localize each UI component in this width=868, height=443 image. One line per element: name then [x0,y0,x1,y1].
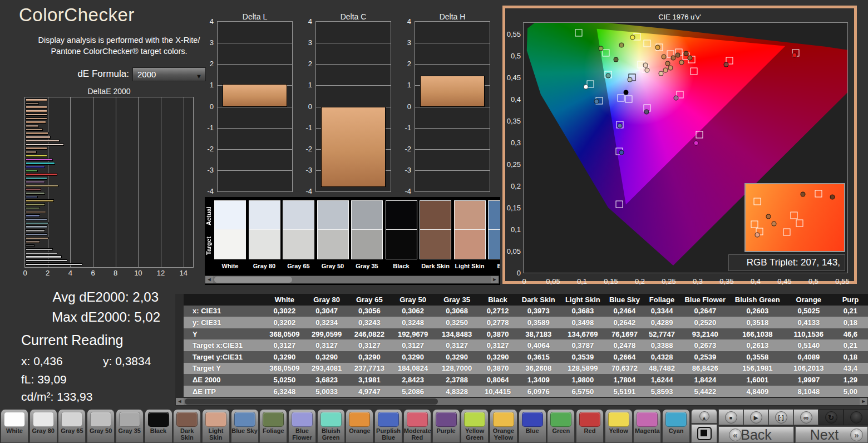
target-square [602,49,609,56]
patch-button-blue[interactable]: Blue [519,409,546,443]
table-scrollbar[interactable]: ◄ ► [175,397,868,406]
patch-button-green[interactable]: Green [547,409,575,443]
patch-button-blue-sky[interactable]: Blue Sky [231,409,259,443]
max-de2000-value: Max dE2000: 5,02 [0,309,160,325]
swatch-column[interactable]: Gray 80 [249,200,280,269]
x-tick-label: 0 [23,269,27,277]
delta-chart-title: Delta L [217,12,293,21]
value-cell: 156,1981 [731,363,785,375]
value-cell: 0,3248 [391,317,435,328]
value-cell: 237,7713 [348,363,391,375]
patch-button-dark-skin[interactable]: Dark Skin [173,409,201,443]
scrollbar-thumb[interactable] [185,398,438,405]
value-cell: 0,3973 [516,306,560,317]
de-formula-dropdown[interactable]: 2000 ▼ [132,67,206,81]
measured-point [617,123,622,128]
scroll-left-icon[interactable]: ◄ [176,398,184,405]
patch-button-gray-35[interactable]: Gray 35 [116,409,144,443]
scroll-right-icon[interactable]: ► [491,276,499,283]
measured-point [614,57,619,62]
swatch-column[interactable]: Gray 50 [317,200,349,269]
patch-button-cyan[interactable]: Cyan [662,409,690,443]
value-cell: 0,4133 [785,317,833,328]
swatch-column[interactable]: White [214,200,246,269]
patch-button-gray-65[interactable]: Gray 65 [58,409,86,443]
patch-button-purple[interactable]: Purple [432,409,460,443]
description-text: Display analysis is performed with the X… [32,35,206,57]
button-disc: ▶ [750,411,762,424]
patch-button-yellow-green[interactable]: Yellow Green [461,409,489,443]
patch-button-red[interactable]: Red [576,409,604,443]
swatch-column[interactable]: Gray 65 [283,200,314,269]
gridline [415,128,490,129]
swatch-column[interactable]: Blue [488,200,500,269]
patch-button-gray-80[interactable]: Gray 80 [29,409,57,443]
y-tick-label: -4 [299,187,312,195]
play-button[interactable]: ▶ [743,409,768,425]
patch-button-yellow[interactable]: Yellow [605,409,633,443]
swatch-column[interactable]: Gray 35 [351,200,383,269]
scroll-left-icon[interactable]: ◄ [205,276,213,283]
value-cell: 0,5025 [785,306,833,317]
patch-button-light-skin[interactable]: Light Skin [202,409,230,443]
measurement-table: WhiteGray 80Gray 65Gray 50Gray 35BlackDa… [175,294,868,397]
y-tick-label: 0,55 [502,30,521,38]
y-tick-label: 2 [299,60,312,68]
cie-chart-title: CIE 1976 u'v' [505,13,854,21]
page-title: ColorChecker [19,4,135,26]
deltae-bar [26,218,47,221]
patch-button-bluish-green[interactable]: Bluish Green [317,409,345,443]
patch-button-blue-flower[interactable]: Blue Flower [288,409,316,443]
patch-color-chip [522,412,543,427]
patch-color-chip [292,412,313,427]
deltae-bar [26,199,54,202]
patch-label: Gray 80 [30,428,57,435]
delta-chart-plot [217,21,293,192]
stop-button[interactable]: ■ [718,409,743,425]
patch-button-orange[interactable]: Orange [346,409,373,443]
patch-button-black[interactable]: Black [145,409,172,443]
patch-button-foliage[interactable]: Foliage [259,409,287,443]
swatch-strip-scrollbar[interactable]: ◄ ► [205,275,499,284]
next-label: Next [796,427,867,443]
scrollbar-thumb[interactable] [214,277,292,283]
patch-button-purplish-blue[interactable]: Purplish Blue [374,409,402,443]
collapse-panel-button[interactable]: ▲ [691,409,717,424]
next-button[interactable]: » Next [795,426,868,443]
back-button[interactable]: « Back [718,426,794,443]
patch-button-orange-yellow[interactable]: Orange Yellow [490,409,517,443]
gridline [70,97,71,267]
patch-button-moderate-red[interactable]: Moderate Red [403,409,431,443]
patch-button-magenta[interactable]: Magenta [633,409,661,443]
stop-icon: ■ [729,415,732,421]
value-cell: 0,3290 [348,351,391,363]
table-header-cell: Gray 65 [348,294,391,306]
swatch-column[interactable]: Dark Skin [420,200,451,269]
x-tick-label: 4 [68,269,72,277]
measured-point [668,66,673,71]
scroll-right-icon[interactable]: ► [860,398,867,405]
patch-button-white[interactable]: White [1,409,28,443]
row-label-cell: x: CIE31 [184,306,264,317]
value-cell: 93,2140 [680,328,731,340]
stop-measurement-button[interactable] [691,424,717,443]
table-header-cell: Blue Sky [605,294,644,306]
loop-button[interactable]: [·] [768,409,793,425]
y-tick-label: 0,45 [502,73,521,82]
y-tick-label: -2 [200,145,214,153]
value-cell: 368,0509 [264,328,306,340]
row-label-cell: y: CIE31 [184,317,264,328]
gridline [48,97,48,267]
swatch-column[interactable]: Light Skin [454,200,486,269]
x-tick-label: 0,5 [808,277,818,286]
infinity-button[interactable]: ∞ [793,409,818,425]
deltae-bar [26,259,67,262]
delta-chart-title: Delta C [315,12,391,21]
value-cell: 2,8423 [391,374,435,386]
deltae-bar [26,185,58,188]
swatch-column[interactable]: Black [386,200,417,269]
patch-button-gray-50[interactable]: Gray 50 [87,409,115,443]
value-cell: 0,3870 [479,328,517,340]
row-label-cell: ΔE ITP [184,386,264,397]
patch-label: Magenta [634,428,660,435]
